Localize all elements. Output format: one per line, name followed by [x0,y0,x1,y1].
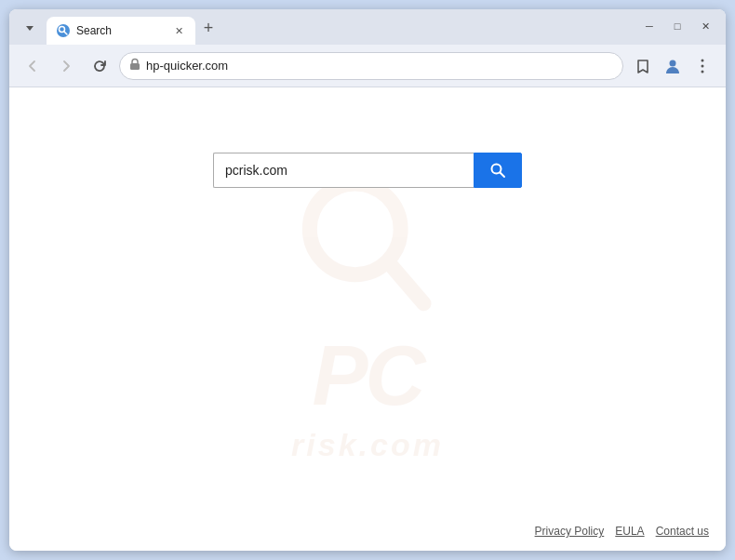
svg-point-5 [670,60,676,66]
maximize-button[interactable]: □ [664,13,690,39]
watermark-risk: risk.com [291,427,444,463]
browser-window: Search ✕ + ─ □ ✕ [9,9,726,551]
watermark: PC risk.com [291,176,444,463]
svg-point-6 [702,59,704,61]
page-footer: Privacy Policy EULA Contact us [535,525,709,538]
search-button[interactable] [474,153,522,188]
search-input[interactable] [213,153,474,188]
svg-marker-0 [26,26,33,31]
page-content: PC risk.com Privacy Policy EULA Contact … [9,87,726,551]
tab-title: Search [76,24,166,37]
svg-rect-4 [130,63,140,70]
refresh-button[interactable] [86,52,114,80]
window-controls: ─ □ ✕ [636,13,718,39]
address-bar[interactable] [119,52,623,80]
contact-us-link[interactable]: Contact us [656,525,709,538]
svg-line-12 [501,173,505,178]
title-bar: Search ✕ + ─ □ ✕ [9,9,726,45]
tab-list-button[interactable] [17,15,43,41]
forward-button[interactable] [52,52,80,80]
svg-line-10 [388,262,423,303]
tab-close-button[interactable]: ✕ [171,23,186,38]
more-options-button[interactable] [688,52,716,80]
privacy-policy-link[interactable]: Privacy Policy [535,525,605,538]
close-button[interactable]: ✕ [692,13,718,39]
bookmark-button[interactable] [629,52,657,80]
profile-button[interactable] [659,52,687,80]
nav-bar [9,45,726,87]
url-input[interactable] [146,59,613,73]
active-tab[interactable]: Search ✕ [47,17,195,45]
watermark-pc: PC [312,334,422,418]
eula-link[interactable]: EULA [615,525,644,538]
search-area [213,153,522,188]
tab-area: Search ✕ + [17,9,636,45]
tab-favicon [56,23,71,38]
svg-point-8 [702,70,704,73]
back-button[interactable] [19,52,47,80]
svg-point-7 [702,64,704,67]
new-tab-button[interactable]: + [195,15,221,41]
minimize-button[interactable]: ─ [636,13,662,39]
svg-point-9 [310,183,401,274]
lock-icon [129,58,140,73]
nav-right-buttons [629,52,716,80]
